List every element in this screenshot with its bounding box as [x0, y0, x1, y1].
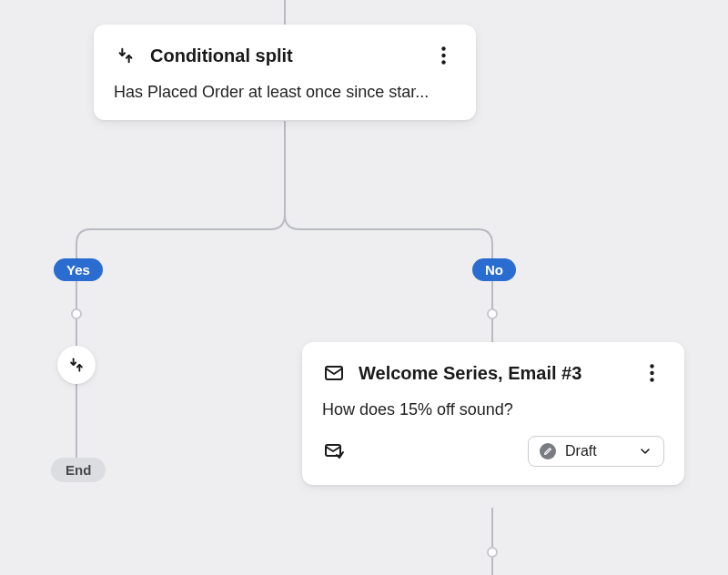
email-card-title: Welcome Series, Email #3 [359, 363, 626, 384]
smart-send-icon[interactable] [322, 439, 346, 463]
mail-icon [322, 361, 346, 385]
split-card-description: Has Placed Order at least once since sta… [114, 83, 456, 102]
email-card-subject: How does 15% off sound? [322, 400, 664, 419]
split-card-more-button[interactable] [430, 43, 456, 68]
split-icon [67, 356, 86, 374]
end-pill: End [51, 458, 106, 482]
svg-point-10 [650, 371, 653, 375]
status-select[interactable]: Draft [528, 436, 664, 467]
more-vertical-icon [441, 46, 446, 65]
mini-split-node[interactable] [57, 346, 96, 384]
email-card-more-button[interactable] [639, 360, 664, 386]
connector-port [71, 308, 82, 319]
svg-point-6 [441, 54, 445, 57]
conditional-split-card[interactable]: Conditional split Has Placed Order at le… [94, 25, 476, 120]
svg-point-7 [441, 60, 445, 64]
email-card[interactable]: Welcome Series, Email #3 How does 15% of… [302, 342, 684, 485]
chevron-down-icon [638, 444, 652, 459]
svg-point-11 [650, 378, 653, 381]
split-card-title: Conditional split [150, 45, 418, 66]
connector-port [487, 547, 498, 558]
svg-point-9 [650, 364, 653, 368]
branch-pill-no: No [472, 258, 516, 281]
connector-port [487, 308, 498, 319]
status-label: Draft [565, 443, 629, 459]
branch-pill-yes: Yes [54, 258, 103, 281]
more-vertical-icon [650, 364, 654, 382]
svg-point-5 [441, 46, 445, 50]
split-icon [114, 44, 137, 67]
pencil-circle-icon [540, 443, 556, 459]
